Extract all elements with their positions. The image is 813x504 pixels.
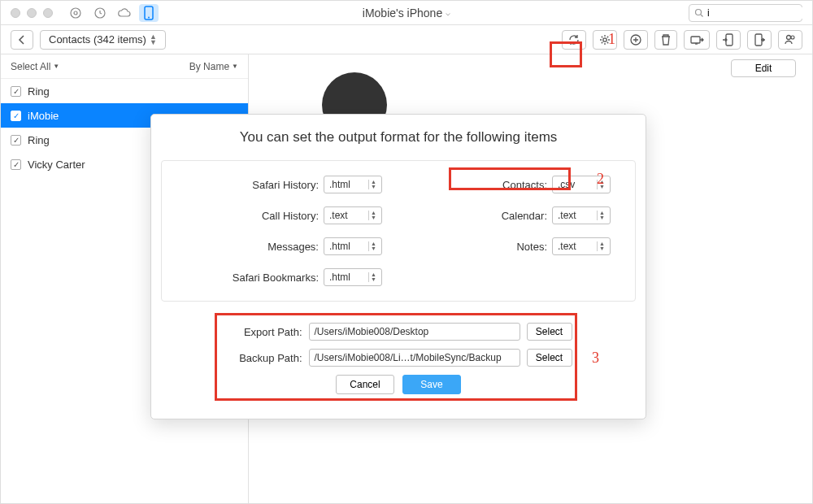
contacts-select[interactable]: .csv▲▼ bbox=[552, 176, 611, 193]
safari-bookmarks-select[interactable]: .html▲▼ bbox=[324, 268, 382, 286]
stepper-icon: ▲▼ bbox=[368, 180, 378, 189]
backup-select-button[interactable]: Select bbox=[527, 349, 572, 367]
safari-history-select[interactable]: .html▲▼ bbox=[324, 176, 382, 193]
svg-rect-8 bbox=[691, 37, 700, 43]
svg-point-4 bbox=[148, 16, 150, 18]
chevron-down-icon: ⌵ bbox=[446, 8, 450, 17]
from-phone-button[interactable] bbox=[747, 30, 772, 50]
svg-rect-10 bbox=[755, 34, 762, 46]
path-group: Export Path: /Users/iMobie008/Desktop Se… bbox=[161, 313, 636, 404]
dialog-title: You can set the output format for the fo… bbox=[161, 129, 636, 146]
delete-button[interactable] bbox=[654, 30, 677, 50]
cloud-icon[interactable] bbox=[115, 4, 134, 22]
maximize-window-icon[interactable] bbox=[43, 8, 53, 18]
stepper-icon: ▲▼ bbox=[368, 241, 378, 251]
refresh-button[interactable] bbox=[562, 30, 586, 50]
edit-button[interactable]: Edit bbox=[731, 59, 796, 77]
backup-path-field[interactable]: /Users/iMobie008/Li…t/MobileSync/Backup bbox=[309, 349, 520, 367]
notes-select[interactable]: .text▲▼ bbox=[552, 237, 611, 255]
search-field[interactable] bbox=[707, 7, 813, 19]
field-label: Safari History: bbox=[252, 179, 319, 191]
calendar-select[interactable]: .text▲▼ bbox=[552, 206, 611, 224]
stepper-icon: ▲▼ bbox=[368, 272, 378, 282]
save-button[interactable]: Save bbox=[402, 375, 461, 394]
svg-point-12 bbox=[791, 36, 794, 39]
checkbox-icon[interactable]: ✓ bbox=[11, 111, 21, 121]
export-select-button[interactable]: Select bbox=[527, 323, 572, 341]
field-label: Call History: bbox=[262, 210, 319, 222]
checkbox-icon[interactable]: ✓ bbox=[11, 135, 21, 146]
field-label: Backup Path: bbox=[225, 352, 302, 364]
title-bar: iMobie's iPhone ⌵ ⊗ bbox=[1, 1, 812, 25]
svg-point-0 bbox=[71, 8, 80, 18]
device-icon[interactable] bbox=[139, 4, 159, 22]
breadcrumb[interactable]: Contacts (342 items) ▲▼ bbox=[40, 30, 166, 50]
field-label: Contacts: bbox=[502, 179, 547, 191]
device-title[interactable]: iMobie's iPhone ⌵ bbox=[363, 7, 450, 20]
add-button[interactable] bbox=[624, 30, 648, 50]
svg-point-5 bbox=[696, 9, 702, 15]
settings-button[interactable] bbox=[593, 30, 617, 50]
back-button[interactable] bbox=[11, 30, 33, 50]
minimize-window-icon[interactable] bbox=[27, 8, 37, 18]
checkbox-icon[interactable]: ✓ bbox=[11, 159, 21, 170]
stepper-icon: ▲▼ bbox=[597, 211, 606, 220]
export-path-field[interactable]: /Users/iMobie008/Desktop bbox=[309, 323, 520, 341]
history-icon[interactable] bbox=[90, 4, 110, 22]
stepper-icon: ▲▼ bbox=[597, 241, 606, 251]
window-controls bbox=[11, 8, 53, 18]
svg-point-11 bbox=[787, 35, 791, 39]
sort-toggle[interactable]: By Name ▼ bbox=[189, 61, 238, 72]
merge-button[interactable] bbox=[778, 30, 802, 50]
stepper-icon: ▲▼ bbox=[597, 180, 606, 189]
stepper-icon: ▲▼ bbox=[368, 211, 378, 220]
call-history-select[interactable]: .text▲▼ bbox=[324, 206, 382, 224]
list-item[interactable]: ✓Ring bbox=[1, 79, 248, 103]
to-device-button[interactable] bbox=[684, 30, 710, 50]
chevron-updown-icon: ▲▼ bbox=[150, 34, 157, 46]
field-label: Calendar: bbox=[502, 210, 547, 222]
settings-dialog: You can set the output format for the fo… bbox=[150, 114, 646, 419]
cancel-button[interactable]: Cancel bbox=[336, 375, 394, 394]
close-window-icon[interactable] bbox=[11, 8, 20, 18]
field-label: Safari Bookmarks: bbox=[233, 272, 319, 284]
svg-point-6 bbox=[603, 37, 606, 41]
field-label: Export Path: bbox=[225, 326, 302, 338]
svg-point-1 bbox=[74, 11, 77, 15]
search-icon bbox=[694, 8, 704, 18]
messages-select[interactable]: .html▲▼ bbox=[324, 237, 382, 255]
to-phone-button[interactable] bbox=[716, 30, 741, 50]
checkbox-icon[interactable]: ✓ bbox=[11, 86, 21, 97]
select-all-toggle[interactable]: Select All ▼ bbox=[11, 61, 59, 72]
field-label: Messages: bbox=[267, 241, 319, 253]
format-group: Safari History:.html▲▼ Contacts:.csv▲▼ C… bbox=[161, 160, 636, 302]
field-label: Notes: bbox=[516, 241, 547, 253]
music-icon[interactable] bbox=[66, 4, 85, 22]
search-input[interactable]: ⊗ bbox=[689, 4, 802, 22]
toolbar: Contacts (342 items) ▲▼ bbox=[1, 25, 812, 54]
